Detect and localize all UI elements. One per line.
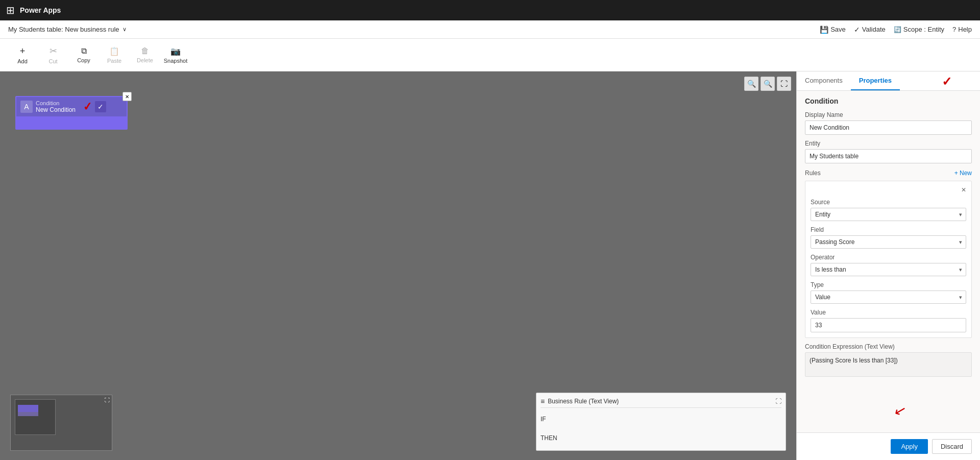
discard-button[interactable]: Discard xyxy=(932,439,972,454)
cut-button[interactable]: ✂ Cut xyxy=(39,41,67,69)
display-name-input[interactable] xyxy=(805,120,972,135)
delete-button[interactable]: 🗑 Delete xyxy=(131,41,159,69)
help-icon: ? xyxy=(952,26,956,33)
value-input[interactable] xyxy=(811,318,966,332)
help-button[interactable]: ? Help xyxy=(952,26,972,33)
snapshot-button[interactable]: 📷 Snapshot xyxy=(161,41,190,69)
panel-tabs: Components Properties xyxy=(797,71,980,91)
rule-card: ✕ Source Entity Value Formula Field Pass… xyxy=(805,181,972,338)
field-select[interactable]: Passing Score xyxy=(811,235,966,249)
condition-close-button[interactable]: ✕ xyxy=(122,92,132,101)
zoom-out-icon: 🔍 xyxy=(747,80,756,88)
subtitle-right: 💾 Save ✓ Validate 🔄 Scope : Entity ? Hel… xyxy=(820,26,972,34)
display-name-label: Display Name xyxy=(805,111,972,118)
entity-label: Entity xyxy=(805,140,972,147)
rules-label: Rules xyxy=(805,170,821,177)
operator-select-wrap: Is less than Is greater than Is equal to xyxy=(811,263,966,276)
cut-icon: ✂ xyxy=(50,45,57,57)
business-rule-box: ≡ Business Rule (Text View) ⛶ IF THEN xyxy=(536,393,786,451)
panel-body: Condition Display Name Entity Rules + Ne… xyxy=(797,91,980,432)
scope-icon: 🔄 xyxy=(894,26,901,33)
red-check-annotation: ✓ xyxy=(82,100,92,113)
condition-expr-box: (Passing Score Is less than [33]) xyxy=(805,352,972,377)
condition-text: Condition New Condition xyxy=(36,100,76,113)
validate-button[interactable]: ✓ Validate xyxy=(854,26,886,34)
delete-icon: 🗑 xyxy=(141,46,149,56)
fit-button[interactable]: ⛶ xyxy=(777,77,791,91)
main-area: 🔍 🔍 ⛶ A Condition New Condition ✓ ✓ xyxy=(0,71,980,460)
add-icon: + xyxy=(20,46,26,57)
minimap-inner xyxy=(15,399,56,435)
minimap: ⛶ xyxy=(10,395,112,451)
grid-icon[interactable]: ⊞ xyxy=(6,4,15,16)
paste-button[interactable]: 📋 Paste xyxy=(100,41,129,69)
source-select-wrap: Entity Value Formula xyxy=(811,208,966,221)
tab-components[interactable]: Components xyxy=(797,71,851,90)
panel-footer: ↙ Apply Discard xyxy=(797,432,980,460)
type-label: Type xyxy=(811,281,966,288)
biz-if-label: IF xyxy=(541,414,781,425)
rule-close-button[interactable]: ✕ xyxy=(961,186,966,193)
operator-label: Operator xyxy=(811,254,966,261)
zoom-in-icon: 🔍 xyxy=(764,80,772,88)
rules-new-button[interactable]: + New xyxy=(954,170,972,177)
snapshot-icon: 📷 xyxy=(170,46,181,56)
panel-check-annotation: ✓ xyxy=(942,75,952,89)
subtitle-chevron[interactable]: ∨ xyxy=(122,26,127,33)
condition-expr-label: Condition Expression (Text View) xyxy=(805,343,972,350)
subtitle-title: My Students table: New business rule xyxy=(8,26,119,33)
add-button[interactable]: + Add xyxy=(8,41,37,69)
condition-icon: A xyxy=(20,101,33,113)
biz-expand-button[interactable]: ⛶ xyxy=(775,398,781,405)
validate-icon: ✓ xyxy=(854,26,860,34)
canvas[interactable]: 🔍 🔍 ⛶ A Condition New Condition ✓ ✓ xyxy=(0,71,796,460)
topbar: ⊞ Power Apps xyxy=(0,0,980,20)
type-select[interactable]: Value Formula Field xyxy=(811,290,966,304)
toolbar: + Add ✂ Cut ⧉ Copy 📋 Paste 🗑 Delete 📷 Sn… xyxy=(0,39,980,71)
canvas-controls: 🔍 🔍 ⛶ xyxy=(744,77,791,91)
type-select-wrap: Value Formula Field xyxy=(811,290,966,304)
entity-input[interactable] xyxy=(805,149,972,163)
copy-icon: ⧉ xyxy=(81,46,87,56)
subtitle-bar: My Students table: New business rule ∨ 💾… xyxy=(0,20,980,39)
subtitle-left: My Students table: New business rule ∨ xyxy=(8,26,127,33)
paste-icon: 📋 xyxy=(109,46,119,56)
minimap-expand-button[interactable]: ⛶ xyxy=(105,397,110,403)
biz-rule-icon: ≡ xyxy=(541,397,545,405)
condition-expr-value: (Passing Score Is less than [33]) xyxy=(810,357,898,364)
app-name: Power Apps xyxy=(20,6,61,14)
rule-card-header: ✕ xyxy=(811,186,966,193)
zoom-out-button[interactable]: 🔍 xyxy=(744,77,758,91)
zoom-in-button[interactable]: 🔍 xyxy=(761,77,775,91)
save-button[interactable]: 💾 Save xyxy=(820,26,846,34)
field-label: Field xyxy=(811,226,966,233)
field-select-wrap: Passing Score xyxy=(811,235,966,249)
fit-icon: ⛶ xyxy=(780,80,788,88)
operator-select[interactable]: Is less than Is greater than Is equal to xyxy=(811,263,966,276)
rules-header: Rules + New xyxy=(805,170,972,177)
value-label: Value xyxy=(811,309,966,316)
condition-block[interactable]: A Condition New Condition ✓ ✓ ✕ xyxy=(15,96,128,130)
tab-properties[interactable]: Properties xyxy=(851,71,900,90)
biz-rule-title: Business Rule (Text View) xyxy=(548,398,619,405)
condition-body xyxy=(16,116,127,129)
condition-ok-check: ✓ xyxy=(95,101,106,112)
right-panel: ✓ Components Properties Condition Displa… xyxy=(796,71,980,460)
source-select[interactable]: Entity Value Formula xyxy=(811,208,966,221)
condition-header[interactable]: A Condition New Condition ✓ ✓ xyxy=(16,97,127,116)
copy-button[interactable]: ⧉ Copy xyxy=(69,41,98,69)
minimap-block xyxy=(18,405,38,419)
panel-section-title: Condition xyxy=(805,97,972,105)
source-label: Source xyxy=(811,199,966,206)
biz-rule-content: IF THEN xyxy=(541,412,781,446)
save-icon: 💾 xyxy=(820,26,828,34)
biz-rule-header: ≡ Business Rule (Text View) ⛶ xyxy=(541,397,781,408)
apply-button[interactable]: Apply xyxy=(891,439,928,454)
scope-button[interactable]: 🔄 Scope : Entity xyxy=(894,26,944,33)
biz-then-label: THEN xyxy=(541,433,781,444)
